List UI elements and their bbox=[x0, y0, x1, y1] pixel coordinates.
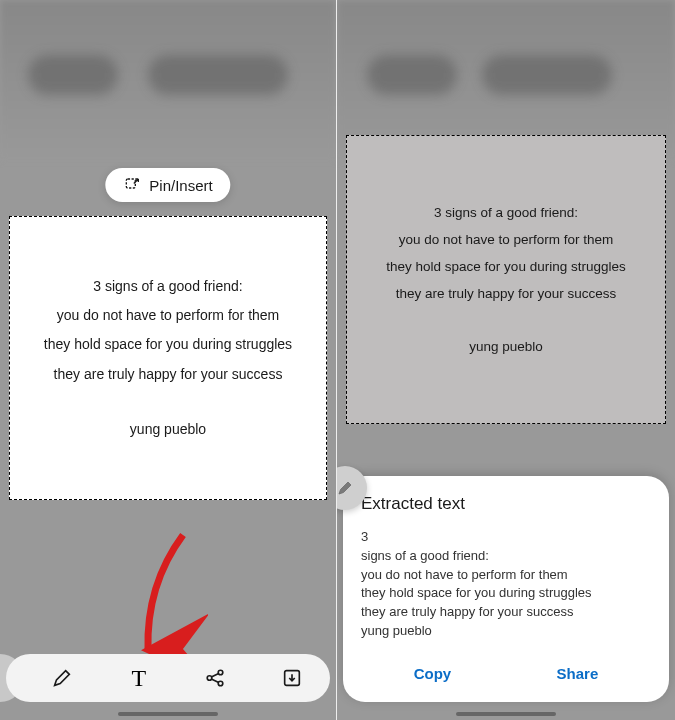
quote-line: you do not have to perform for them bbox=[18, 301, 318, 330]
draw-button[interactable] bbox=[40, 656, 84, 700]
quote-line: they are truly happy for your success bbox=[355, 280, 657, 307]
nav-indicator bbox=[118, 712, 218, 716]
quote-line: they hold space for you during struggles bbox=[18, 330, 318, 359]
pencil-icon bbox=[337, 479, 354, 497]
selected-text-region[interactable]: 3 signs of a good friend: you do not hav… bbox=[9, 216, 327, 500]
text-line: they hold space for you during struggles bbox=[361, 584, 651, 603]
extracted-text-sheet: Extracted text 3 signs of a good friend:… bbox=[343, 476, 669, 702]
blur-blob bbox=[28, 55, 118, 95]
blur-blob bbox=[367, 55, 457, 95]
nav-indicator bbox=[456, 712, 556, 716]
edit-fab[interactable] bbox=[337, 466, 367, 510]
quote-signature: yung pueblo bbox=[355, 333, 657, 360]
text-line: you do not have to perform for them bbox=[361, 566, 651, 585]
pin-insert-label: Pin/Insert bbox=[149, 177, 212, 194]
blur-blob bbox=[148, 55, 288, 95]
text-icon: T bbox=[131, 665, 146, 692]
extract-text-button[interactable]: T bbox=[117, 656, 161, 700]
pencil-icon bbox=[51, 667, 73, 689]
download-icon bbox=[281, 667, 303, 689]
pin-insert-button[interactable]: Pin/Insert bbox=[105, 168, 230, 202]
selected-text-region[interactable]: 3 signs of a good friend: you do not hav… bbox=[346, 135, 666, 424]
sheet-title: Extracted text bbox=[361, 494, 651, 514]
copy-button[interactable]: Copy bbox=[398, 657, 468, 690]
quote-line: they hold space for you during struggles bbox=[355, 253, 657, 280]
quote-signature: yung pueblo bbox=[18, 415, 318, 444]
extracted-text-content[interactable]: 3 signs of a good friend: you do not hav… bbox=[361, 528, 651, 641]
annotation-arrow bbox=[128, 530, 208, 670]
text-line: 3 bbox=[361, 528, 651, 547]
text-line: signs of a good friend: bbox=[361, 547, 651, 566]
quote-line: they are truly happy for your success bbox=[18, 360, 318, 389]
pin-insert-icon bbox=[123, 176, 141, 194]
screen-right: 3 signs of a good friend: you do not hav… bbox=[337, 0, 675, 720]
screenshot-toolbar: T bbox=[0, 654, 330, 702]
share-icon bbox=[204, 667, 226, 689]
save-button[interactable] bbox=[270, 656, 314, 700]
text-line: they are truly happy for your success bbox=[361, 603, 651, 622]
quote-line: 3 signs of a good friend: bbox=[355, 199, 657, 226]
share-text-button[interactable]: Share bbox=[541, 657, 615, 690]
share-button[interactable] bbox=[193, 656, 237, 700]
quote-line: you do not have to perform for them bbox=[355, 226, 657, 253]
quote-line: 3 signs of a good friend: bbox=[18, 272, 318, 301]
blur-blob bbox=[482, 55, 612, 95]
screen-left: Pin/Insert 3 signs of a good friend: you… bbox=[0, 0, 337, 720]
text-line: yung pueblo bbox=[361, 622, 651, 641]
sheet-actions: Copy Share bbox=[361, 657, 651, 690]
